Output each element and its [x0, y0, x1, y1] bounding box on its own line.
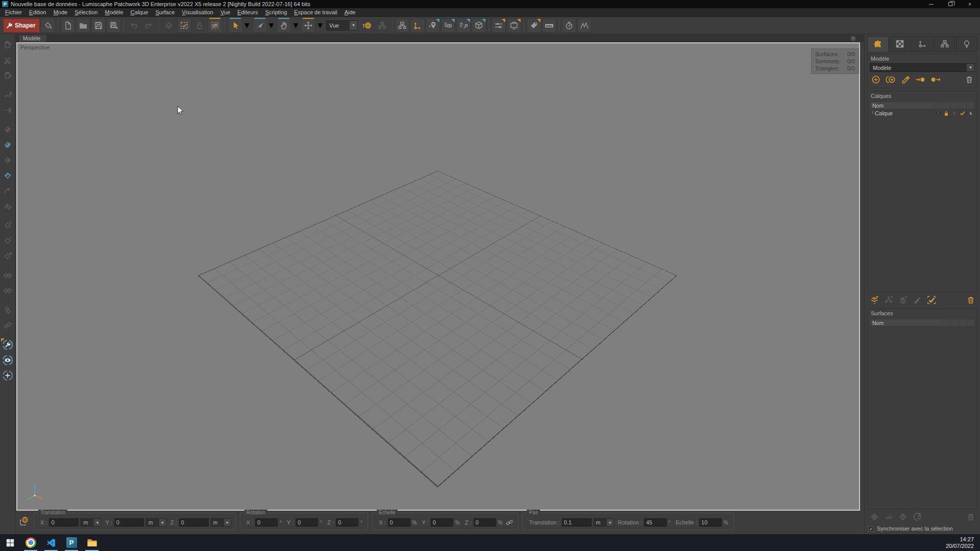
step-scale-input[interactable] — [699, 518, 722, 527]
scale-y-input[interactable] — [431, 518, 453, 527]
menu-scripting[interactable]: Scripting — [261, 9, 290, 16]
pair-small-button[interactable] — [1, 304, 14, 317]
rename-layer-icon[interactable] — [912, 295, 922, 305]
unknown-surface-icon[interactable] — [898, 512, 908, 522]
save-as-button[interactable] — [107, 18, 121, 33]
layers-header-cell[interactable] — [942, 102, 950, 109]
copy-clipboard-button[interactable] — [1, 69, 14, 82]
move-tool-dropdown[interactable]: ▼ — [316, 21, 324, 30]
menu-vue[interactable]: Vue — [217, 9, 234, 16]
scale-z-input[interactable] — [474, 518, 496, 527]
freehand-pen-button[interactable] — [1, 88, 14, 102]
viewport-tab-modele[interactable]: Modèle — [18, 34, 47, 42]
fly-tool-button[interactable] — [253, 18, 267, 33]
taskbar-explorer[interactable] — [82, 534, 102, 551]
snap-tool-button[interactable] — [1, 338, 14, 352]
viewport-close-icon[interactable]: × — [850, 36, 856, 41]
surface-brush-button[interactable] — [1, 138, 14, 152]
menu-espace-de-travail[interactable]: Espace de travail — [290, 9, 340, 16]
menu-aide[interactable]: Aide — [341, 9, 359, 16]
taskbar-chrome[interactable] — [20, 534, 41, 551]
select-layer-check-icon[interactable] — [926, 295, 937, 305]
bend-arrow-button[interactable] — [1, 184, 14, 197]
select-tool-button[interactable] — [228, 18, 242, 33]
cut-scissors-button[interactable] — [1, 54, 14, 67]
add-model-icon[interactable] — [871, 74, 881, 85]
layer-active-check[interactable] — [959, 110, 967, 116]
settings-sliders-button[interactable] — [492, 18, 506, 33]
menu-edition[interactable]: Edition — [26, 9, 50, 16]
surfaces-header-cell[interactable] — [966, 319, 974, 326]
move-tool-button[interactable] — [301, 18, 315, 33]
selection-check-button[interactable] — [177, 18, 191, 33]
translation-y-input[interactable] — [114, 518, 144, 527]
visibility-tool-button[interactable] — [1, 354, 14, 367]
export-model-icon[interactable] — [930, 74, 941, 85]
surfaces-visibility-button[interactable] — [441, 18, 455, 33]
layers-header-cell[interactable] — [958, 102, 966, 109]
paste-clipboard-button[interactable] — [1, 38, 14, 52]
cut-dashed-button[interactable] — [1, 104, 14, 117]
matter-mode-button[interactable] — [41, 18, 55, 33]
position-pin-button[interactable] — [426, 18, 440, 33]
menu-modele[interactable]: Modèle — [101, 9, 127, 16]
menu-editeurs[interactable]: Editeurs — [234, 9, 261, 16]
surfaces-header-cell[interactable] — [942, 319, 950, 326]
surface-flip-button[interactable] — [1, 154, 14, 167]
translation-z-input[interactable] — [179, 518, 209, 527]
close-button[interactable]: × — [967, 1, 973, 7]
layers-list-empty[interactable] — [870, 117, 975, 290]
pair-alt-button[interactable] — [1, 319, 14, 332]
layer-paint-toggle[interactable] — [950, 110, 959, 117]
shuffle-surface-icon[interactable] — [912, 512, 922, 522]
measure-button[interactable] — [542, 18, 556, 33]
tab-model[interactable] — [867, 36, 889, 52]
redo-button[interactable] — [142, 18, 156, 33]
hide-selection-button[interactable] — [208, 18, 222, 33]
translation-y-unit[interactable]: m▼ — [146, 518, 166, 527]
layers-header-cell[interactable] — [966, 102, 974, 109]
tools-list-button[interactable] — [456, 18, 471, 33]
duplicate-layer-icon[interactable] — [898, 295, 908, 305]
surfaces-header-cell[interactable] — [958, 319, 966, 326]
new-document-button[interactable] — [61, 18, 75, 33]
curve-editor-button[interactable] — [577, 18, 592, 33]
link-chain-icon[interactable] — [505, 518, 513, 527]
start-button[interactable] — [0, 534, 20, 551]
world-button[interactable] — [360, 18, 374, 33]
rotation-z-input[interactable] — [336, 518, 358, 527]
grab-tool-button[interactable] — [277, 18, 291, 33]
open-button[interactable] — [76, 18, 90, 33]
step-rotation-input[interactable] — [644, 518, 667, 527]
save-button[interactable] — [91, 18, 106, 33]
tab-lighting[interactable] — [956, 36, 977, 52]
add-surface-icon[interactable] — [869, 512, 879, 522]
subdivide-star-button[interactable] — [1, 249, 14, 263]
layers-header-cell[interactable] — [934, 102, 942, 109]
surfaces-name-header[interactable]: Nom — [870, 319, 942, 326]
undo-button[interactable] — [127, 18, 141, 33]
hierarchy-button[interactable] — [375, 18, 389, 33]
layers-header-cell[interactable] — [950, 102, 958, 109]
taskbar-vscode[interactable] — [41, 534, 61, 551]
surfaces-list-empty[interactable] — [870, 327, 975, 507]
model-select[interactable]: Modèle ▼ — [870, 63, 975, 72]
translation-x-unit[interactable]: m▼ — [81, 518, 101, 527]
validate-surface-icon[interactable] — [884, 512, 894, 522]
scale-x-input[interactable] — [388, 518, 410, 527]
gizmo-button[interactable] — [410, 18, 425, 33]
delete-surface-icon[interactable] — [966, 512, 975, 522]
delete-model-icon[interactable] — [965, 74, 974, 85]
step-translation-input[interactable] — [562, 518, 592, 527]
shaper-mode-button[interactable]: Shaper — [3, 18, 40, 33]
subdivide-remove-button[interactable] — [1, 234, 14, 247]
menu-selection[interactable]: Sélection — [71, 9, 101, 16]
translation-x-input[interactable] — [49, 518, 79, 527]
translation-z-unit[interactable]: m▼ — [211, 518, 231, 527]
add-child-layer-icon[interactable] — [884, 295, 894, 305]
layer-row[interactable]: └ Calque — [870, 109, 975, 117]
layer-select-cursor[interactable] — [967, 110, 975, 117]
select-tool-dropdown[interactable]: ▼ — [243, 21, 251, 30]
add-layer-icon[interactable] — [869, 295, 879, 305]
gear-arrow-button[interactable] — [1, 199, 14, 213]
